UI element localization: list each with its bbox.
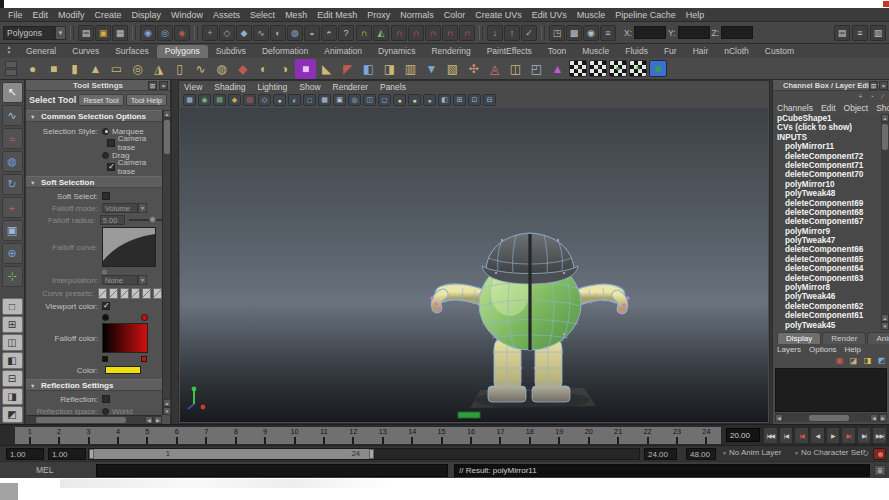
- mask-misc-icon[interactable]: ?: [338, 25, 354, 41]
- poly-helix-icon[interactable]: ∿: [190, 59, 211, 79]
- auto-keyframe-button[interactable]: [873, 448, 886, 460]
- viewport-color-checkbox[interactable]: [102, 302, 110, 310]
- close-icon[interactable]: ×: [879, 81, 888, 90]
- frame-cell[interactable]: 15: [427, 427, 456, 444]
- render-settings-icon[interactable]: ≡: [600, 25, 616, 41]
- snap-to-curves-icon[interactable]: ∩: [408, 25, 424, 41]
- menu-set-value[interactable]: Polygons: [3, 26, 55, 40]
- range-slider-bar[interactable]: 1 24: [89, 449, 374, 459]
- layout-single-pane-button[interactable]: □: [2, 298, 23, 315]
- mask-rendering-icon[interactable]: ◓: [321, 25, 337, 41]
- input-node-row[interactable]: deleteComponent66: [773, 245, 882, 254]
- uv-spherical-mapping-icon[interactable]: ✳: [629, 60, 647, 77]
- append-polygon-icon[interactable]: ▼: [421, 59, 442, 79]
- menu-item[interactable]: Normals: [395, 8, 439, 22]
- snap-to-points-icon[interactable]: ∩: [425, 25, 441, 41]
- play-backwards-button[interactable]: ◀: [810, 427, 825, 444]
- input-node-row[interactable]: deleteComponent71: [773, 161, 882, 170]
- input-node-row[interactable]: deleteComponent69: [773, 199, 882, 208]
- menu-item[interactable]: Proxy: [362, 8, 395, 22]
- scroll-up-icon[interactable]: ▲: [881, 114, 889, 122]
- reset-tool-button[interactable]: Reset Tool: [78, 94, 123, 106]
- viewport-menu-item[interactable]: Panels: [380, 82, 406, 92]
- manip-mini-icon[interactable]: +: [856, 92, 865, 101]
- project-vertex-icon[interactable]: ▲: [547, 59, 568, 79]
- move-layer-icon[interactable]: ▣: [834, 356, 845, 366]
- curve-handle-icon[interactable]: ⊙: [102, 268, 107, 275]
- script-editor-icon[interactable]: ≣: [874, 465, 886, 476]
- bookmark-icon[interactable]: ◆: [228, 94, 241, 106]
- camera-based2-checkbox[interactable]: [107, 163, 115, 171]
- soft-select-checkbox[interactable]: [102, 192, 110, 200]
- speed-dial-icon[interactable]: ◔: [867, 92, 876, 101]
- float-panel-icon[interactable]: ⊡: [869, 81, 878, 90]
- snap-to-projected-center-icon[interactable]: ∩: [442, 25, 458, 41]
- input-node-row[interactable]: deleteComponent67: [773, 217, 882, 226]
- select-component-icon[interactable]: ◈: [174, 25, 190, 41]
- shelf-switcher[interactable]: ▲▼: [3, 45, 15, 57]
- step-forward-frame-button[interactable]: ▶|: [857, 427, 872, 444]
- image-plane-icon[interactable]: ▧: [243, 94, 256, 106]
- falloff-radius-field[interactable]: 5.00: [100, 215, 125, 225]
- frame-cell[interactable]: 1: [15, 427, 44, 444]
- lock-camera-icon[interactable]: ◉: [198, 94, 211, 106]
- paint-select-tool-button[interactable]: ≈: [2, 128, 23, 149]
- pencil-icon[interactable]: ∕: [878, 92, 887, 101]
- channel-box-menu-item[interactable]: Object: [844, 103, 869, 113]
- open-scene-icon[interactable]: ▣: [95, 25, 111, 41]
- anim-snap-icon[interactable]: ↻: [862, 449, 869, 458]
- menu-item[interactable]: Create: [90, 8, 127, 22]
- group-grip[interactable]: [70, 26, 74, 40]
- toggle-attribute-editor-icon[interactable]: ▤: [834, 25, 850, 41]
- scroll-up-icon[interactable]: ▲: [163, 399, 171, 407]
- go-to-end-button[interactable]: ▶▶|: [872, 427, 887, 444]
- menu-item[interactable]: Edit UVs: [527, 8, 572, 22]
- range-end-handle[interactable]: [369, 449, 374, 459]
- layout-hypergraph-pane-button[interactable]: ◩: [2, 406, 23, 423]
- frame-cell[interactable]: 9: [250, 427, 279, 444]
- shelf-lead-buttons[interactable]: [0, 58, 22, 80]
- channel-box-scrollbar[interactable]: ▲ ▲ ▼: [881, 114, 889, 330]
- split-vertex-icon[interactable]: ▧: [442, 59, 463, 79]
- textured-mode-icon[interactable]: ▦: [318, 94, 331, 106]
- scroll-down-icon[interactable]: ▼: [881, 322, 889, 330]
- menu-item[interactable]: Modify: [53, 8, 90, 22]
- play-forwards-button[interactable]: ▶: [826, 427, 841, 444]
- all-lights-icon[interactable]: ●: [393, 94, 406, 106]
- new-layer-from-selected-icon[interactable]: ◩: [876, 356, 887, 366]
- viewport-3d-view[interactable]: [180, 108, 768, 422]
- menu-item[interactable]: Assets: [208, 8, 245, 22]
- render-current-frame-icon[interactable]: ▩: [566, 25, 582, 41]
- gate-mask-icon[interactable]: ⊟: [483, 94, 496, 106]
- scroll-up-icon[interactable]: ▲: [881, 314, 889, 322]
- go-to-start-button[interactable]: |◀◀: [763, 427, 778, 444]
- scale-tool-button[interactable]: ▣: [2, 220, 23, 241]
- menu-item[interactable]: Edit Mesh: [312, 8, 362, 22]
- frame-cell[interactable]: 3: [74, 427, 103, 444]
- y-input[interactable]: [678, 26, 710, 39]
- multi-cut-icon[interactable]: ◨: [379, 59, 400, 79]
- sculpt-geometry-icon[interactable]: ◬: [484, 59, 505, 79]
- scroll-up-icon[interactable]: ▲: [163, 110, 171, 118]
- snap-to-grids-icon[interactable]: ∩: [391, 25, 407, 41]
- menu-item[interactable]: Select: [245, 8, 280, 22]
- anim-layer-dropdown[interactable]: ▼ No Anim Layer: [722, 448, 781, 457]
- frame-cell[interactable]: 12: [339, 427, 368, 444]
- layer-editor-scrollbar[interactable]: ◀ ◀ ▶: [775, 413, 887, 422]
- mask-dynamics-icon[interactable]: ◒: [304, 25, 320, 41]
- float-panel-icon[interactable]: ⊡: [148, 81, 157, 90]
- layer-editor-menu-item[interactable]: Layers: [777, 345, 801, 355]
- input-node-row[interactable]: deleteComponent63: [773, 274, 882, 283]
- character-set-dropdown[interactable]: ▼ No Character Set: [794, 448, 863, 457]
- menu-item[interactable]: Edit: [28, 8, 54, 22]
- range-start-handle[interactable]: [89, 449, 94, 459]
- chevron-down-icon[interactable]: ▼: [55, 26, 66, 40]
- frame-cell[interactable]: 20: [574, 427, 603, 444]
- frame-cell[interactable]: 16: [456, 427, 485, 444]
- poly-plane-icon[interactable]: ▭: [106, 59, 127, 79]
- bridge-icon[interactable]: ◤: [337, 59, 358, 79]
- toggle-channel-box-icon[interactable]: ▥: [870, 25, 886, 41]
- poly-torus-icon[interactable]: ◎: [127, 59, 148, 79]
- menu-set-selector[interactable]: Polygons ▼: [3, 26, 66, 40]
- playback-start-field[interactable]: 1.00: [48, 448, 86, 460]
